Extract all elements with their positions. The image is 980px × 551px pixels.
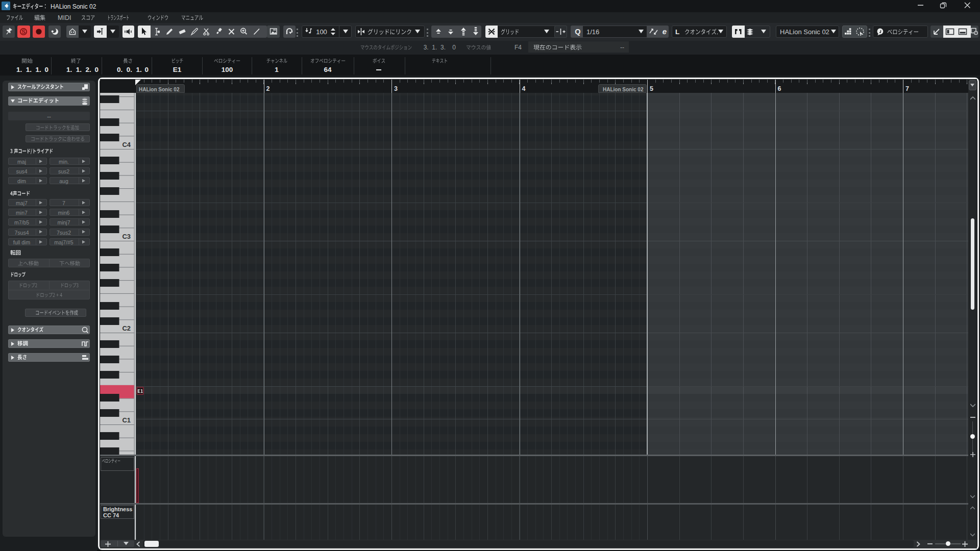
svg-text:C3: C3 bbox=[122, 233, 131, 240]
svg-text:C4: C4 bbox=[122, 141, 131, 148]
svg-text:C1: C1 bbox=[122, 416, 131, 424]
svg-text:C2: C2 bbox=[122, 324, 131, 332]
svg-text:S: S bbox=[21, 29, 26, 35]
